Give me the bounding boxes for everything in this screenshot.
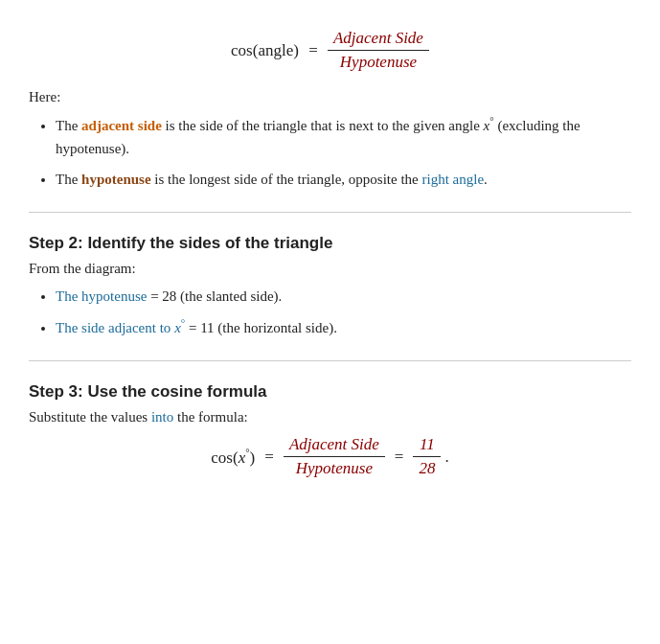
substitute-rest: the formula: xyxy=(173,409,247,425)
hypotenuse-term: hypotenuse xyxy=(81,172,151,187)
right-angle-term: right angle xyxy=(421,172,484,187)
here-label: Here: xyxy=(29,89,631,105)
substitute-prefix: Substitute the values xyxy=(29,409,151,425)
adjacent-side-term: adjacent side xyxy=(81,118,162,133)
bullet2-middle: is the longest side of the triangle, opp… xyxy=(151,172,422,187)
step2-section: Step 2: Identify the sides of the triang… xyxy=(29,234,631,339)
formula-denominator: Hypotenuse xyxy=(328,51,429,72)
hypotenuse-label: The hypotenuse xyxy=(56,288,147,304)
step2-list: The hypotenuse = 28 (the slanted side). … xyxy=(29,285,631,339)
step3-dot: . xyxy=(444,448,448,467)
step3-fraction1: Adjacent Side Hypotenuse xyxy=(284,435,385,478)
step3-value-den: 28 xyxy=(413,457,441,478)
step3-numerator: Adjacent Side xyxy=(284,435,385,457)
bullet1-middle: is the side of the triangle that is next… xyxy=(162,118,484,133)
step3-denominator: Hypotenuse xyxy=(284,457,385,478)
step2-bullet2: The side adjacent to x° = 11 (the horizo… xyxy=(56,315,631,339)
formula-lhs: cos(angle) xyxy=(231,41,299,60)
formula-equals: = xyxy=(308,41,318,60)
step3-equals1: = xyxy=(264,448,274,467)
step3-heading: Step 3: Use the cosine formula xyxy=(29,382,631,402)
top-formula: cos(angle) = Adjacent Side Hypotenuse xyxy=(29,29,631,72)
definition-list: The adjacent side is the side of the tri… xyxy=(29,113,631,191)
step2-heading: Step 2: Identify the sides of the triang… xyxy=(29,234,631,253)
from-diagram-label: From the diagram: xyxy=(29,261,631,277)
step2-bullet1: The hypotenuse = 28 (the slanted side). xyxy=(56,285,631,308)
step2-bullet2-suffix: = 11 (the horizontal side). xyxy=(185,320,337,335)
step3-lhs: cos(x°) xyxy=(211,447,255,468)
divider-1 xyxy=(29,212,631,213)
bullet2-suffix: . xyxy=(484,172,488,187)
step3-formula: cos(x°) = Adjacent Side Hypotenuse = 11 … xyxy=(29,435,631,478)
divider-2 xyxy=(29,360,631,361)
substitute-label: Substitute the values into the formula: xyxy=(29,409,631,426)
step2-angle: x xyxy=(174,320,181,335)
step2-bullet1-suffix: = 28 (the slanted side). xyxy=(147,288,282,304)
hypotenuse-definition: The hypotenuse is the longest side of th… xyxy=(56,168,631,191)
into-text: into xyxy=(151,409,173,425)
bullet2-prefix: The xyxy=(56,172,81,187)
step3-equals2: = xyxy=(395,448,404,467)
formula-numerator: Adjacent Side xyxy=(328,29,429,51)
step3-section: Step 3: Use the cosine formula Substitut… xyxy=(29,382,631,478)
step3-fraction2: 11 28 xyxy=(413,435,441,478)
bullet1-prefix: The xyxy=(56,118,81,133)
adjacent-side-definition: The adjacent side is the side of the tri… xyxy=(56,113,631,160)
formula-fraction: Adjacent Side Hypotenuse xyxy=(328,29,429,72)
adjacent-side-label: The side adjacent to xyxy=(56,320,174,335)
step3-value-num: 11 xyxy=(413,435,441,457)
